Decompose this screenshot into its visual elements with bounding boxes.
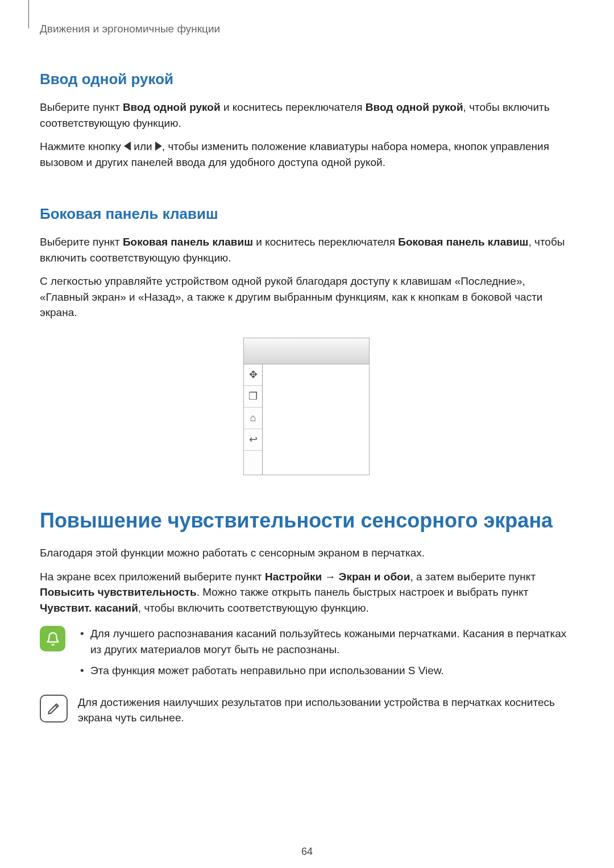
section1-paragraph-1: Выберите пункт Ввод одной рукой и коснит…	[40, 99, 573, 131]
arrow-right-icon	[155, 142, 162, 151]
text: Выберите пункт	[40, 236, 123, 248]
section3-paragraph-1: Благодаря этой функции можно работать с …	[40, 545, 573, 561]
text: На экране всех приложений выберите пункт	[40, 571, 265, 583]
phone-figure: ✥ ❐ ⌂ ↩	[40, 338, 573, 475]
note-pen-icon	[40, 695, 68, 722]
text: Нажмите кнопку	[40, 140, 124, 152]
note-block-tip: Для достижения наилучших результатов при…	[40, 695, 573, 726]
bell-icon	[40, 626, 65, 651]
text: , чтобы включить соответствующую функцию…	[138, 602, 369, 614]
text: или	[131, 140, 155, 152]
tip-item: Эта функция может работать неправильно п…	[87, 663, 573, 679]
section3-paragraph-2: На экране всех приложений выберите пункт…	[40, 569, 573, 616]
phone-content-area	[263, 364, 369, 475]
arrow-right-text: →	[322, 571, 339, 583]
bold-text: Боковая панель клавиш	[123, 236, 253, 248]
bold-text: Боковая панель клавиш	[398, 236, 528, 248]
text: Выберите пункт	[40, 101, 123, 113]
margin-rule	[28, 0, 29, 28]
arrow-left-icon	[124, 142, 131, 151]
section2-paragraph-1: Выберите пункт Боковая панель клавиш и к…	[40, 234, 573, 265]
heading-side-key-panel: Боковая панель клавиш	[40, 205, 573, 223]
note-text: Для достижения наилучших результатов при…	[78, 695, 573, 726]
section2-paragraph-2: С легкостью управляйте устройством одной…	[40, 273, 573, 321]
section1-paragraph-2: Нажмите кнопку или , чтобы изменить поло…	[40, 139, 573, 170]
move-icon: ✥	[244, 364, 262, 386]
bold-text: Ввод одной рукой	[123, 101, 221, 113]
bold-text: Чувствит. касаний	[40, 602, 138, 614]
text: . Можно также открыть панель быстрых нас…	[197, 586, 529, 598]
phone-statusbar	[244, 338, 369, 364]
heading-one-hand-input: Ввод одной рукой	[40, 70, 573, 88]
page-number: 64	[0, 846, 614, 858]
back-icon: ↩	[244, 429, 262, 451]
note-block-important: Для лучшего распознавания касаний пользу…	[40, 626, 573, 684]
heading-touch-sensitivity: Повышение чувствительности сенсорного эк…	[40, 508, 573, 533]
home-icon: ⌂	[244, 408, 262, 429]
bold-text: Экран и обои	[339, 571, 410, 583]
phone-side-toolbar: ✥ ❐ ⌂ ↩	[244, 364, 263, 475]
empty-cell	[244, 451, 262, 472]
text: и коснитесь переключателя	[253, 236, 398, 248]
tip-item: Для лучшего распознавания касаний пользу…	[87, 626, 573, 657]
bold-text: Повысить чувствительность	[40, 586, 197, 598]
text: и коснитесь переключателя	[221, 101, 366, 113]
bold-text: Ввод одной рукой	[366, 101, 463, 113]
recent-apps-icon: ❐	[244, 386, 262, 408]
breadcrumb: Движения и эргономичные функции	[40, 23, 573, 35]
text: , а затем выберите пункт	[410, 571, 536, 583]
bold-text: Настройки	[265, 571, 322, 583]
